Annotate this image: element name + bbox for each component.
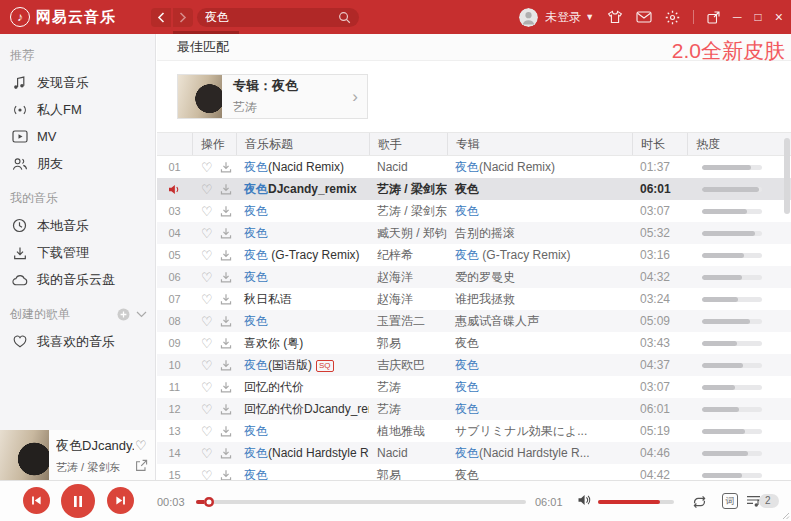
song-album[interactable]: 夜色 xyxy=(447,401,632,418)
song-title[interactable]: 夜色 xyxy=(236,225,369,242)
song-row[interactable]: 13♡夜色植地雅哉サブリミナル効果によ...05:19 xyxy=(157,420,791,442)
sidebar-item-fm[interactable]: 私人FM xyxy=(0,96,155,123)
theme-skin-icon[interactable] xyxy=(607,10,623,24)
song-album[interactable]: 夜色 xyxy=(447,467,632,481)
favorite-icon[interactable]: ♡ xyxy=(201,469,213,481)
song-row[interactable]: 07♡秋日私语赵海洋谁把我拯救03:24 xyxy=(157,288,791,310)
download-icon[interactable] xyxy=(220,447,232,459)
song-row[interactable]: ♡夜色DJcandy_remix艺涛 / 梁剑东夜色06:01 xyxy=(157,178,791,200)
search-box[interactable] xyxy=(197,8,359,27)
song-row[interactable]: 03♡夜色艺涛 / 梁剑东夜色03:07 xyxy=(157,200,791,222)
favorite-icon[interactable]: ♡ xyxy=(135,439,148,452)
loop-mode-icon[interactable] xyxy=(691,495,708,509)
song-album[interactable]: 夜色(Nacid Remix) xyxy=(447,159,632,176)
song-artist[interactable]: 纪梓希 xyxy=(369,247,447,264)
song-album[interactable]: 夜色 xyxy=(447,203,632,220)
song-title[interactable]: 夜色(国语版)SQ xyxy=(236,357,369,374)
back-button[interactable] xyxy=(151,8,171,27)
sidebar-item-friends[interactable]: 朋友 xyxy=(0,150,155,177)
favorite-icon[interactable]: ♡ xyxy=(201,337,213,350)
maximize-button[interactable]: □ xyxy=(755,11,762,23)
download-icon[interactable] xyxy=(220,359,232,371)
download-icon[interactable] xyxy=(220,293,232,305)
progress-knob[interactable] xyxy=(204,497,214,507)
best-match-cover[interactable] xyxy=(178,75,222,118)
favorite-icon[interactable]: ♡ xyxy=(201,425,213,438)
favorite-icon[interactable]: ♡ xyxy=(201,447,213,460)
song-artist[interactable]: Nacid xyxy=(369,160,447,174)
song-row[interactable]: 01♡夜色(Nacid Remix)Nacid夜色(Nacid Remix)01… xyxy=(157,156,791,178)
song-row[interactable]: 05♡夜色 (G-Tracy Remix)纪梓希夜色 (G-Tracy Remi… xyxy=(157,244,791,266)
now-playing-artist[interactable]: 艺涛 / 梁剑东 xyxy=(56,460,134,475)
now-playing-title[interactable]: 夜色DJcandy... xyxy=(56,437,134,455)
close-button[interactable]: × xyxy=(775,10,783,24)
favorite-icon[interactable]: ♡ xyxy=(201,315,213,328)
favorite-icon[interactable]: ♡ xyxy=(201,271,213,284)
best-match-title[interactable]: 专辑：夜色 xyxy=(233,77,298,95)
song-artist[interactable]: 艺涛 xyxy=(369,379,447,396)
previous-button[interactable] xyxy=(23,487,50,514)
song-album[interactable]: 夜色 xyxy=(447,335,632,352)
song-artist[interactable]: 郭易 xyxy=(369,467,447,481)
login-button[interactable]: 未登录 ▼ xyxy=(545,9,594,26)
song-row[interactable]: 08♡夜色玉置浩二惠威试音碟人声05:09 xyxy=(157,310,791,332)
settings-icon[interactable] xyxy=(665,10,680,25)
song-row[interactable]: 11♡回忆的代价艺涛夜色03:07 xyxy=(157,376,791,398)
favorite-icon[interactable]: ♡ xyxy=(201,161,213,174)
song-artist[interactable]: 艺涛 / 梁剑东 xyxy=(369,181,447,198)
avatar[interactable] xyxy=(519,8,538,27)
song-row[interactable]: 04♡夜色臧天朔 / 郑钧 / 唐...告别的摇滚05:32 xyxy=(157,222,791,244)
download-icon[interactable] xyxy=(220,183,232,195)
sidebar-item-mv[interactable]: MV xyxy=(0,123,155,150)
favorite-icon[interactable]: ♡ xyxy=(201,249,213,262)
resize-grip[interactable] xyxy=(780,510,790,520)
download-icon[interactable] xyxy=(220,425,232,437)
song-title[interactable]: 夜色(Nacid Hardstyle Remix) xyxy=(236,445,369,462)
song-title[interactable]: 喜欢你 (粤) xyxy=(236,335,369,352)
song-album[interactable]: 夜色 xyxy=(447,357,632,374)
song-album[interactable]: 夜色 xyxy=(447,379,632,396)
now-playing-card[interactable]: 夜色DJcandy... 艺涛 / 梁剑东 ♡ xyxy=(0,430,156,480)
download-icon[interactable] xyxy=(220,315,232,327)
download-icon[interactable] xyxy=(220,227,232,239)
song-title[interactable]: 夜色DJcandy_remix xyxy=(236,181,369,198)
forward-button[interactable] xyxy=(173,8,193,27)
collapse-section-icon[interactable] xyxy=(136,311,147,318)
favorite-icon[interactable]: ♡ xyxy=(201,227,213,240)
search-input[interactable] xyxy=(205,11,338,25)
sidebar-item-music-note[interactable]: 发现音乐 xyxy=(0,69,155,96)
favorite-icon[interactable]: ♡ xyxy=(201,293,213,306)
song-album[interactable]: サブリミナル効果によ... xyxy=(447,423,632,440)
song-row[interactable]: 12♡回忆的代价DJcandy_remix艺涛夜色06:01 xyxy=(157,398,791,420)
download-icon[interactable] xyxy=(220,469,232,480)
download-icon[interactable] xyxy=(220,205,232,217)
minimize-button[interactable]: ─ xyxy=(733,11,742,23)
song-title[interactable]: 夜色 (G-Tracy Remix) xyxy=(236,247,369,264)
song-artist[interactable]: 赵海洋 xyxy=(369,291,447,308)
song-title[interactable]: 秋日私语 xyxy=(236,291,369,308)
song-artist[interactable]: 臧天朔 / 郑钧 / 唐... xyxy=(369,225,447,242)
mail-icon[interactable] xyxy=(636,11,652,23)
song-title[interactable]: 夜色 xyxy=(236,269,369,286)
song-title[interactable]: 夜色(Nacid Remix) xyxy=(236,159,369,176)
song-album[interactable]: 夜色 xyxy=(447,181,632,198)
song-artist[interactable]: 植地雅哉 xyxy=(369,423,447,440)
favorite-icon[interactable]: ♡ xyxy=(201,403,213,416)
lyrics-button[interactable]: 词 xyxy=(722,493,738,509)
progress-bar[interactable] xyxy=(196,500,526,504)
song-title[interactable]: 夜色 xyxy=(236,467,369,481)
song-artist[interactable]: 赵海洋 xyxy=(369,269,447,286)
volume-icon[interactable] xyxy=(577,494,592,506)
song-album[interactable]: 夜色(Nacid Hardstyle R... xyxy=(447,445,632,462)
download-icon[interactable] xyxy=(220,249,232,261)
sidebar-item-download[interactable]: 下载管理 xyxy=(0,239,155,266)
share-icon[interactable] xyxy=(135,459,148,472)
search-icon[interactable] xyxy=(338,11,351,24)
song-title[interactable]: 回忆的代价DJcandy_remix xyxy=(236,401,369,418)
song-album[interactable]: 夜色 (G-Tracy Remix) xyxy=(447,247,632,264)
favorite-icon[interactable]: ♡ xyxy=(201,359,213,372)
song-album[interactable]: 谁把我拯救 xyxy=(447,291,632,308)
song-artist[interactable]: 郭易 xyxy=(369,335,447,352)
download-icon[interactable] xyxy=(220,381,232,393)
favorite-icon[interactable]: ♡ xyxy=(201,183,213,196)
